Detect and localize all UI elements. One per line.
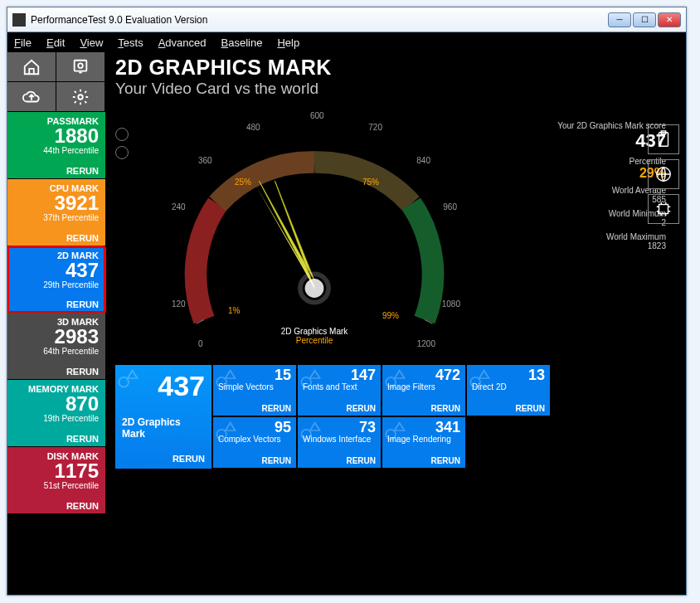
menu-file[interactable]: File	[14, 36, 32, 49]
test-name: 2D Graphics Mark	[122, 416, 205, 440]
rerun-button[interactable]: RERUN	[218, 404, 291, 413]
rerun-button[interactable]: RERUN	[66, 233, 99, 246]
sidebar-pct: 29th Percentile	[43, 280, 99, 289]
shape-icon	[384, 419, 407, 445]
svg-rect-12	[659, 205, 668, 214]
test-tile-fonts-text[interactable]: 147Fonts and TextRERUN	[298, 365, 381, 416]
test-tile-image-filters[interactable]: 472Image FiltersRERUN	[382, 365, 465, 416]
rerun-button[interactable]: RERUN	[66, 501, 99, 513]
rerun-button[interactable]: RERUN	[387, 404, 460, 413]
test-tile-2dmark[interactable]: 437 2D Graphics Mark RERUN	[115, 365, 211, 469]
settings-icon[interactable]	[56, 82, 105, 112]
sidebar-tile-memory[interactable]: MEMORY MARK 870 19th Percentile RERUN	[7, 380, 105, 447]
percentile-label: Percentile	[533, 157, 666, 166]
shape-icon	[299, 367, 323, 393]
content: PASSMARK 1880 44th Percentile RERUN CPU …	[7, 52, 686, 595]
svg-marker-24	[226, 423, 236, 430]
svg-marker-18	[310, 371, 320, 378]
gauge: 0 120 240 360 480 600 720 840 960 1080 1…	[157, 105, 472, 362]
gauge-pct: 99%	[382, 311, 399, 320]
sidebar-tile-2dmark[interactable]: 2D MARK 437 29th Percentile RERUN	[7, 246, 105, 313]
gauge-tick: 840	[416, 156, 430, 165]
gauge-tick: 720	[368, 123, 382, 132]
chip-icon[interactable]	[648, 194, 679, 224]
gauge-tick: 480	[246, 123, 260, 132]
sidebar-pct: 64th Percentile	[43, 347, 99, 356]
test-tile-windows-interface[interactable]: 73Windows InterfaceRERUN	[298, 417, 381, 468]
test-tile-direct2d[interactable]: 13Direct 2DRERUN	[467, 365, 550, 416]
gauge-tick: 120	[172, 299, 186, 309]
shape-icon	[299, 419, 323, 445]
sidebar-pct: 51st Percentile	[44, 481, 99, 490]
menu-help[interactable]: Help	[277, 36, 299, 49]
minimize-button[interactable]: ─	[608, 12, 631, 27]
chart-toggle-icon[interactable]	[115, 146, 129, 159]
menu-view[interactable]: View	[80, 36, 103, 49]
shape-icon	[117, 367, 140, 393]
tests-grid: 437 2D Graphics Mark RERUN 15Simple Vect…	[115, 365, 676, 469]
rerun-button[interactable]: RERUN	[66, 299, 99, 312]
rerun-button[interactable]: RERUN	[303, 456, 376, 465]
shape-icon	[215, 367, 238, 393]
sidebar-score: 1880	[55, 126, 99, 146]
rerun-button[interactable]: RERUN	[122, 454, 205, 464]
info-icon[interactable]	[56, 52, 105, 82]
svg-marker-20	[395, 371, 405, 378]
gauge-toggle-icon[interactable]	[115, 128, 129, 141]
menu-tests[interactable]: Tests	[118, 36, 143, 49]
rerun-button[interactable]: RERUN	[66, 434, 99, 446]
stats-panel: Your 2D Graphics Mark score437 Percentil…	[533, 121, 666, 255]
test-tile-image-rendering[interactable]: 341Image RenderingRERUN	[382, 417, 465, 468]
sidebar-score: 437	[66, 260, 99, 280]
globe-icon[interactable]	[648, 159, 679, 189]
gauge-tick: 240	[172, 202, 186, 212]
menu-edit[interactable]: Edit	[46, 36, 65, 49]
sidebar-pct: 44th Percentile	[43, 146, 99, 155]
app-icon	[12, 13, 26, 27]
shape-icon	[469, 367, 492, 393]
svg-marker-28	[395, 423, 405, 430]
home-icon[interactable]	[7, 52, 56, 82]
clipboard-icon[interactable]	[648, 124, 679, 154]
upload-icon[interactable]	[7, 82, 56, 112]
gauge-tick: 1080	[442, 299, 460, 309]
score-value: 437	[533, 130, 666, 152]
gauge-area: 0 120 240 360 480 600 720 840 960 1080 1…	[115, 105, 676, 362]
rerun-button[interactable]: RERUN	[387, 456, 460, 465]
sidebar-pct: 19th Percentile	[43, 414, 99, 423]
gauge-pct: 25%	[235, 177, 251, 187]
sidebar-tile-cpu[interactable]: CPU MARK 3921 37th Percentile RERUN	[7, 179, 105, 246]
page-subtitle: Your Video Card vs the world	[115, 80, 676, 98]
avg-value: 585	[533, 195, 666, 204]
svg-marker-6	[256, 186, 314, 289]
svg-marker-22	[479, 371, 489, 378]
svg-marker-26	[310, 423, 320, 430]
rerun-button[interactable]: RERUN	[303, 404, 376, 413]
sidebar-tile-disk[interactable]: DISK MARK 1175 51st Percentile RERUN	[7, 447, 105, 514]
test-tile-simple-vectors[interactable]: 15Simple VectorsRERUN	[213, 365, 296, 416]
rerun-button[interactable]: RERUN	[66, 367, 99, 379]
min-value: 2	[533, 218, 666, 227]
sidebar-pct: 37th Percentile	[43, 213, 99, 222]
test-tile-complex-vectors[interactable]: 95Complex VectorsRERUN	[213, 417, 296, 468]
sidebar-score: 3921	[55, 193, 99, 213]
svg-point-2	[78, 95, 83, 100]
gauge-tick: 960	[443, 202, 457, 212]
sidebar: PASSMARK 1880 44th Percentile RERUN CPU …	[7, 52, 105, 595]
sidebar-score: 2983	[55, 327, 99, 347]
close-button[interactable]: ✕	[658, 12, 681, 27]
sidebar-tile-3dmark[interactable]: 3D MARK 2983 64th Percentile RERUN	[7, 313, 105, 380]
menu-advanced[interactable]: Advanced	[158, 36, 207, 49]
sidebar-score: 870	[66, 394, 99, 414]
gauge-pct: 1%	[228, 306, 240, 315]
svg-marker-14	[128, 371, 138, 378]
menu-baseline[interactable]: Baseline	[221, 36, 263, 49]
rerun-button[interactable]: RERUN	[472, 404, 545, 413]
titlebar: PerformanceTest 9.0 Evaluation Version ─…	[7, 7, 686, 32]
rerun-button[interactable]: RERUN	[66, 166, 99, 178]
sidebar-tile-passmark[interactable]: PASSMARK 1880 44th Percentile RERUN	[7, 112, 105, 179]
rerun-button[interactable]: RERUN	[218, 456, 291, 465]
maximize-button[interactable]: ☐	[633, 12, 656, 27]
gauge-tick: 0	[198, 339, 203, 348]
svg-point-1	[78, 63, 83, 68]
